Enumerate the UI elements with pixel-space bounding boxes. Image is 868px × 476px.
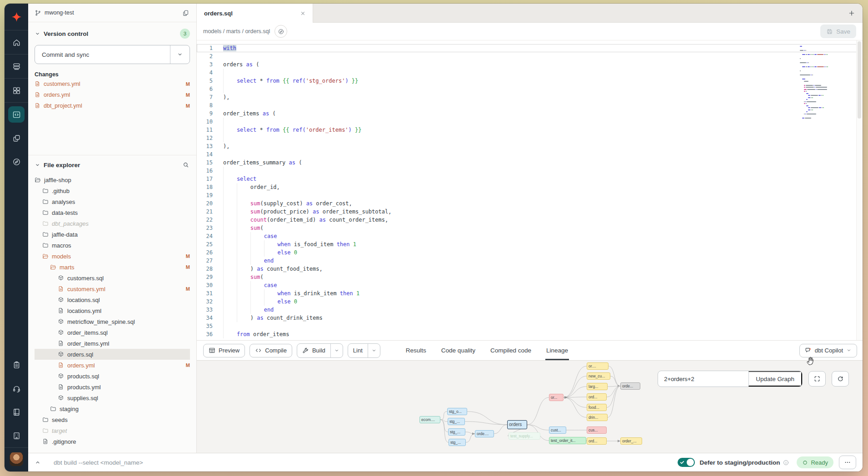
- compile-button[interactable]: Compile: [249, 344, 292, 357]
- lineage-node-ord[interactable]: ord...: [587, 437, 607, 445]
- lineage-node-stg_[interactable]: stg_...: [449, 439, 466, 446]
- changelog-icon[interactable]: [5, 353, 28, 377]
- tab-compiled-code[interactable]: Compiled code: [490, 341, 531, 360]
- lineage-node-or[interactable]: or....: [587, 362, 609, 370]
- code-editor[interactable]: 1with23orders as (45select * from {{ ref…: [197, 40, 863, 340]
- version-control-header[interactable]: Version control 3: [35, 28, 190, 40]
- organization-icon[interactable]: [5, 424, 28, 447]
- changed-file-orders.yml[interactable]: orders.ymlM: [35, 90, 190, 99]
- tree-item-.github[interactable]: .github: [35, 185, 190, 196]
- save-button[interactable]: Save: [820, 25, 856, 38]
- tree-item-products.yml[interactable]: products.yml: [35, 382, 190, 392]
- tree-item-analyses[interactable]: analyses: [35, 196, 190, 207]
- lineage-node-larg[interactable]: larg...: [587, 383, 608, 390]
- editor-minimap[interactable]: [800, 46, 836, 122]
- tree-item-dbt_packages[interactable]: dbt_packages: [35, 218, 190, 229]
- user-avatar[interactable]: [10, 452, 23, 466]
- lint-button[interactable]: Lint: [348, 344, 368, 357]
- lineage-node-orders[interactable]: orders: [507, 420, 527, 429]
- selector-input[interactable]: 2+orders+2: [658, 371, 748, 387]
- dbt-logo[interactable]: [5, 4, 28, 30]
- tree-item-customers.yml[interactable]: customers.ymlM: [35, 283, 190, 294]
- lineage-node-drin[interactable]: drin...: [587, 414, 608, 421]
- copy-branch-button[interactable]: [181, 9, 190, 17]
- info-icon[interactable]: [783, 459, 789, 466]
- expand-command-bar-icon[interactable]: [28, 453, 47, 471]
- apps-grid-icon[interactable]: [5, 79, 28, 102]
- tree-item-jaffle-shop[interactable]: jaffle-shop: [35, 174, 190, 185]
- lineage-node-stg_[interactable]: stg_...: [448, 428, 465, 436]
- lineage-node-order_[interactable]: order_...: [620, 437, 642, 445]
- code-line-11: 11select * from {{ ref('order_items') }}: [197, 126, 863, 134]
- refresh-icon[interactable]: [832, 371, 849, 387]
- tree-item-products.sql[interactable]: products.sql: [35, 371, 190, 382]
- more-options-button[interactable]: [839, 456, 856, 469]
- file-search-button[interactable]: [182, 161, 190, 169]
- tree-item-target[interactable]: target: [35, 425, 190, 436]
- code-line-20: 20sum(supply_cost) as order_cost,: [197, 199, 863, 208]
- branch-header: mwong-test: [28, 4, 196, 22]
- lineage-node-ord[interactable]: ord...: [587, 393, 607, 401]
- tree-item-jaffle-data[interactable]: jaffle-data: [35, 229, 190, 240]
- develop-ide-icon[interactable]: [5, 103, 28, 126]
- orchestration-icon[interactable]: [5, 150, 28, 174]
- update-graph-button[interactable]: Update Graph: [748, 371, 802, 387]
- lint-options-chevron[interactable]: [368, 344, 380, 357]
- lineage-node-orde[interactable]: orde....: [475, 430, 494, 437]
- tree-item-locations.yml[interactable]: locations.yml: [35, 305, 190, 316]
- tree-item-metricflow_time_spine.sql[interactable]: metricflow_time_spine.sql: [35, 316, 190, 327]
- tree-item-data-tests[interactable]: data-tests: [35, 207, 190, 218]
- tree-item-macros[interactable]: macros: [35, 240, 190, 251]
- lineage-node-test_order_it[interactable]: test_order_it...: [549, 437, 586, 444]
- close-tab-icon[interactable]: [299, 10, 307, 17]
- docs-icon[interactable]: [5, 400, 28, 424]
- tree-item-customers.sql[interactable]: customers.sql: [35, 273, 190, 283]
- build-options-chevron[interactable]: [330, 344, 343, 357]
- preview-button[interactable]: Preview: [203, 344, 245, 357]
- changed-file-dbt_project.yml[interactable]: dbt_project.ymlM: [35, 101, 190, 110]
- support-icon[interactable]: [5, 377, 28, 400]
- home-icon[interactable]: [5, 30, 28, 54]
- lineage-node-stg_o[interactable]: stg_o...: [447, 408, 467, 415]
- file-explorer-header[interactable]: File explorer: [35, 159, 190, 171]
- tree-item-staging[interactable]: staging: [35, 403, 190, 414]
- tab-code-quality[interactable]: Code quality: [441, 341, 475, 360]
- tree-item-orders.sql[interactable]: orders.sql: [35, 349, 190, 360]
- compare-icon[interactable]: [5, 126, 28, 150]
- code-line-21: 21sum(product_price) as order_items_subt…: [197, 208, 863, 216]
- commit-and-sync-button[interactable]: Commit and sync: [35, 45, 190, 64]
- tree-item-.gitignore[interactable]: .gitignore: [35, 436, 190, 447]
- lineage-node-ecom[interactable]: ecom....: [419, 416, 440, 423]
- lineage-node-test_supply[interactable]: test_supply...: [509, 432, 540, 440]
- lineage-node-stg_[interactable]: stg_...: [448, 418, 465, 425]
- tree-item-order_items.sql[interactable]: order_items.sql: [35, 327, 190, 338]
- new-tab-button[interactable]: [846, 8, 857, 19]
- command-input[interactable]: dbt build --select <model_name>: [54, 459, 678, 466]
- deploy-jobs-icon[interactable]: [5, 55, 28, 78]
- lineage-node-cust[interactable]: cust...: [549, 426, 566, 434]
- tree-item-locations.sql[interactable]: locations.sql: [35, 294, 190, 305]
- changed-file-customers.yml[interactable]: customers.ymlM: [35, 79, 190, 89]
- tree-item-seeds[interactable]: seeds: [35, 414, 190, 425]
- tab-orders-sql[interactable]: orders.sql: [197, 4, 313, 23]
- lineage-node-new_cu[interactable]: new_cu...: [587, 372, 610, 380]
- fullscreen-icon[interactable]: [808, 371, 826, 387]
- lineage-node-or[interactable]: or...: [549, 394, 564, 401]
- scrollbar-thumb[interactable]: [858, 41, 861, 119]
- tree-item-models[interactable]: modelsM: [35, 251, 190, 262]
- lineage-node-cus[interactable]: cus...: [587, 426, 607, 434]
- tree-item-supplies.sql[interactable]: supplies.sql: [35, 392, 190, 403]
- defer-toggle[interactable]: [678, 458, 695, 467]
- tree-item-orders.yml[interactable]: orders.ymlM: [35, 360, 190, 371]
- lineage-node-orde[interactable]: orde...: [620, 382, 640, 390]
- modified-badge: M: [186, 286, 190, 292]
- focus-file-icon[interactable]: [274, 25, 287, 38]
- editor-scrollbar[interactable]: [856, 40, 863, 340]
- tree-item-marts[interactable]: martsM: [35, 262, 190, 273]
- tab-results[interactable]: Results: [406, 341, 426, 360]
- commit-options-chevron[interactable]: [170, 45, 190, 64]
- tree-item-order_items.yml[interactable]: order_items.yml: [35, 338, 190, 349]
- tab-lineage[interactable]: Lineage: [546, 341, 568, 360]
- lineage-node-food[interactable]: food...: [587, 404, 607, 411]
- build-button[interactable]: Build: [297, 344, 330, 357]
